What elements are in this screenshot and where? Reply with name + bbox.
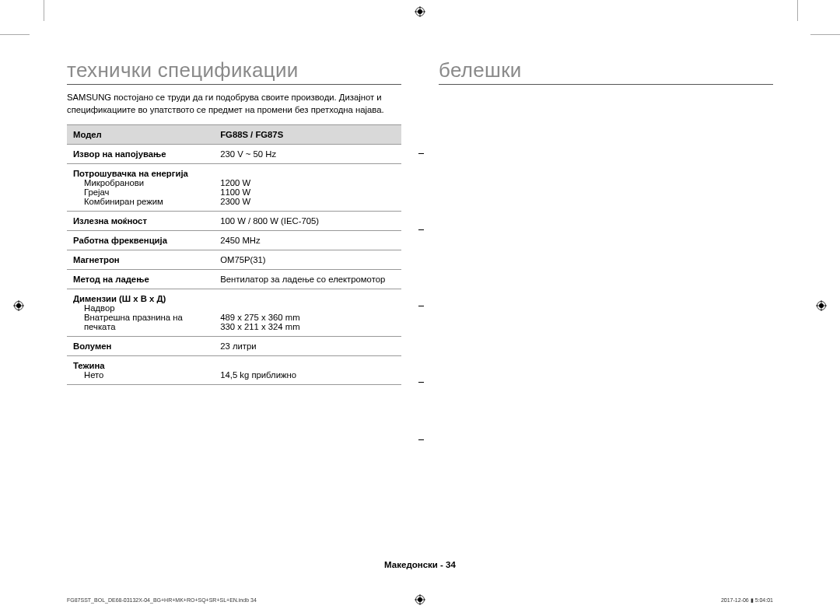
footer-filename: FG87SST_BOL_DE68-03132X-04_BG+HR+MK+RO+S… [67, 597, 257, 603]
table-row: Извор на напојување 230 V ~ 50 Hz [67, 144, 401, 163]
table-row: Метод на ладење Вентилатор за ладење со … [67, 269, 401, 289]
spec-label: Извор на напојување [67, 144, 214, 163]
section-heading-notes: белешки [439, 58, 773, 85]
crop-mark [44, 0, 44, 21]
spec-sublabel: Комбиниран режим [73, 197, 208, 206]
spec-label: Излезна моќност [67, 211, 214, 230]
spec-sublabel: Микробранови [73, 178, 208, 187]
registration-mark-icon [415, 594, 425, 605]
table-row: Димензии (Ш x В x Д) Надвор Внатрешна пр… [67, 289, 401, 336]
spec-value: OM75P(31) [214, 250, 401, 269]
spec-sublabel: Внатрешна празнина на печката [73, 313, 208, 331]
footer-timestamp: 2017-12-06 ▮ 5:04:01 [721, 597, 773, 604]
table-row: Магнетрон OM75P(31) [67, 250, 401, 269]
registration-mark-icon [816, 300, 827, 311]
spec-sublabel: Нето [73, 370, 208, 380]
document-page: технички спецификации SAMSUNG постојано … [0, 0, 840, 616]
spec-value: 1200 W [220, 178, 395, 187]
spec-value: 330 x 211 x 324 mm [220, 322, 395, 331]
spec-sublabel: Надвор [73, 303, 208, 313]
registration-mark-icon [415, 6, 425, 17]
header-value: FG88S / FG87S [214, 124, 401, 144]
spec-label: Работна фреквенција [67, 230, 214, 250]
spec-value-group: 14,5 kg приближно [214, 355, 401, 384]
spec-label-group: Димензии (Ш x В x Д) Надвор Внатрешна пр… [67, 289, 214, 336]
left-column: технички спецификации SAMSUNG постојано … [67, 58, 420, 385]
content-area: технички спецификации SAMSUNG постојано … [67, 58, 773, 385]
spec-label: Тежина [73, 361, 105, 370]
spec-value: 14,5 kg приближно [220, 370, 395, 380]
spec-value-group: 1200 W 1100 W 2300 W [214, 163, 401, 211]
crop-mark [810, 34, 840, 35]
spec-label: Волумен [67, 336, 214, 355]
specifications-table: Модел FG88S / FG87S Извор на напојување … [67, 124, 401, 385]
table-row: Тежина Нето 14,5 kg приближно [67, 355, 401, 384]
intro-paragraph: SAMSUNG постојано се труди да ги подобру… [67, 91, 401, 117]
spec-value: 230 V ~ 50 Hz [214, 144, 401, 163]
table-header-row: Модел FG88S / FG87S [67, 124, 401, 144]
spec-value: 2300 W [220, 197, 395, 206]
crop-mark [797, 0, 798, 21]
spec-label-group: Тежина Нето [67, 355, 214, 384]
table-row: Потрошувачка на енергија Микробранови Гр… [67, 163, 401, 211]
header-model: Модел [67, 124, 214, 144]
spec-value: 1100 W [220, 187, 395, 197]
spec-value: 100 W / 800 W (IEC-705) [214, 211, 401, 230]
spec-value: 489 x 275 x 360 mm [220, 313, 395, 322]
table-row: Излезна моќност 100 W / 800 W (IEC-705) [67, 211, 401, 230]
spec-value: 23 литри [214, 336, 401, 355]
spec-label: Метод на ладење [67, 269, 214, 289]
table-row: Волумен 23 литри [67, 336, 401, 355]
spec-label: Димензии (Ш x В x Д) [73, 294, 166, 303]
spec-value: 2450 MHz [214, 230, 401, 250]
registration-mark-icon [13, 300, 24, 311]
spec-label: Магнетрон [67, 250, 214, 269]
section-heading-specs: технички спецификации [67, 58, 401, 85]
table-row: Работна фреквенција 2450 MHz [67, 230, 401, 250]
spec-label-group: Потрошувачка на енергија Микробранови Гр… [67, 163, 214, 211]
right-column: белешки [420, 58, 773, 385]
spec-sublabel: Грејач [73, 187, 208, 197]
page-number: Македонски - 34 [0, 560, 840, 569]
spec-label: Потрошувачка на енергија [73, 169, 188, 178]
spec-value-group: 489 x 275 x 360 mm 330 x 211 x 324 mm [214, 289, 401, 336]
spec-value: Вентилатор за ладење со електромотор [214, 269, 401, 289]
crop-mark [0, 34, 30, 35]
